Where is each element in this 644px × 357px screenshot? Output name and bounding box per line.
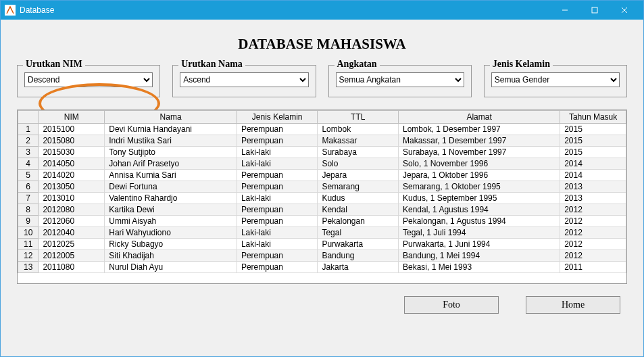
header-nama[interactable]: Nama — [105, 111, 237, 124]
cell-tm: 2012 — [560, 239, 626, 250]
table-row[interactable]: 72013010Valentino RahardjoLaki-lakiKudus… — [18, 193, 626, 204]
cell-nama: Valentino Rahardjo — [105, 193, 237, 204]
header-ttl[interactable]: TTL — [318, 111, 399, 124]
cell-nim: 2015030 — [39, 147, 105, 158]
cell-rownum: 4 — [18, 158, 39, 170]
cell-ttl: Jakarta — [318, 262, 399, 273]
urutkan-nama-select[interactable]: Ascend — [180, 72, 308, 87]
titlebar: Database — [1, 1, 643, 20]
cell-tm: 2012 — [560, 204, 626, 216]
table-row[interactable]: 102012040Hari WahyudionoLaki-lakiTegalTe… — [18, 227, 626, 239]
jenis-kelamin-select[interactable]: Semua Gender — [491, 72, 620, 87]
foto-button[interactable]: Foto — [404, 296, 499, 314]
cell-jk: Laki-laki — [237, 147, 318, 158]
cell-alamat: Kendal, 1 Agustus 1994 — [399, 204, 560, 216]
cell-ttl: Pekalongan — [318, 216, 399, 227]
cell-tm: 2011 — [560, 262, 626, 273]
cell-nim: 2014050 — [39, 158, 105, 170]
table-row[interactable]: 132011080Nurul Diah AyuPerempuanJakartaB… — [18, 262, 626, 273]
cell-alamat: Bandung, 1 Mei 1994 — [399, 250, 560, 262]
cell-rownum: 5 — [18, 170, 39, 181]
cell-nama: Nurul Diah Ayu — [105, 262, 237, 273]
cell-ttl: Lombok — [318, 124, 399, 135]
cell-rownum: 7 — [18, 193, 39, 204]
cell-jk: Laki-laki — [237, 193, 318, 204]
cell-nim: 2012040 — [39, 227, 105, 239]
minimize-button[interactable] — [550, 1, 580, 20]
cell-nama: Tony Sutjipto — [105, 147, 237, 158]
header-tm[interactable]: Tahun Masuk — [560, 111, 626, 124]
cell-nim: 2012005 — [39, 250, 105, 262]
window-controls — [550, 1, 639, 20]
cell-tm: 2015 — [560, 147, 626, 158]
cell-ttl: Bandung — [318, 250, 399, 262]
filter-urutkan-nama: Urutkan Nama Ascend — [172, 65, 316, 97]
header-alamat[interactable]: Alamat — [399, 111, 560, 124]
filter-label: Urutkan NIM — [23, 59, 85, 70]
table-row[interactable]: 12015100Devi Kurnia HandayaniPerempuanLo… — [18, 124, 626, 135]
cell-nim: 2012060 — [39, 216, 105, 227]
table-row[interactable]: 122012005Siti KhadijahPerempuanBandungBa… — [18, 250, 626, 262]
cell-nama: Ummi Aisyah — [105, 216, 237, 227]
table-row[interactable]: 82012080Kartika DewiPerempuanKendalKenda… — [18, 204, 626, 216]
cell-nim: 2014020 — [39, 170, 105, 181]
cell-tm: 2015 — [560, 135, 626, 147]
cell-tm: 2013 — [560, 181, 626, 193]
maximize-button[interactable] — [580, 1, 610, 20]
cell-jk: Laki-laki — [237, 239, 318, 250]
cell-nim: 2015100 — [39, 124, 105, 135]
cell-nim: 2012025 — [39, 239, 105, 250]
table-row[interactable]: 52014020Annisa Kurnia SariPerempuanJepar… — [18, 170, 626, 181]
cell-rownum: 2 — [18, 135, 39, 147]
header-nim[interactable]: NIM — [39, 111, 105, 124]
cell-alamat: Pekalongan, 1 Agustus 1994 — [399, 216, 560, 227]
cell-nama: Dewi Fortuna — [105, 181, 237, 193]
table-row[interactable]: 32015030Tony SutjiptoLaki-lakiSurabayaSu… — [18, 147, 626, 158]
cell-jk: Perempuan — [237, 124, 318, 135]
data-table-wrap: NIM Nama Jenis Kelamin TTL Alamat Tahun … — [17, 110, 627, 284]
cell-ttl: Kudus — [318, 193, 399, 204]
table-row[interactable]: 112012025Ricky SubagyoLaki-lakiPurwakart… — [18, 239, 626, 250]
home-button[interactable]: Home — [526, 296, 620, 314]
cell-jk: Perempuan — [237, 204, 318, 216]
header-jk[interactable]: Jenis Kelamin — [237, 111, 318, 124]
app-icon — [5, 5, 16, 16]
cell-jk: Perempuan — [237, 216, 318, 227]
window-title: Database — [20, 5, 550, 15]
angkatan-select[interactable]: Semua Angkatan — [336, 72, 464, 87]
filter-label: Jenis Kelamin — [490, 59, 553, 70]
table-row[interactable]: 62013050Dewi FortunaPerempuanSemarangSem… — [18, 181, 626, 193]
cell-rownum: 1 — [18, 124, 39, 135]
cell-ttl: Solo — [318, 158, 399, 170]
svg-rect-1 — [592, 7, 597, 13]
table-row[interactable]: 42014050Johan Arif PrasetyoLaki-lakiSolo… — [18, 158, 626, 170]
cell-rownum: 9 — [18, 216, 39, 227]
urutkan-nim-select[interactable]: Descend — [24, 72, 153, 87]
cell-nama: Hari Wahyudiono — [105, 227, 237, 239]
cell-ttl: Kendal — [318, 204, 399, 216]
cell-jk: Perempuan — [237, 135, 318, 147]
table-row[interactable]: 92012060Ummi AisyahPerempuanPekalonganPe… — [18, 216, 626, 227]
cell-nim: 2012080 — [39, 204, 105, 216]
cell-ttl: Jepara — [318, 170, 399, 181]
cell-nama: Devi Kurnia Handayani — [105, 124, 237, 135]
cell-jk: Perempuan — [237, 250, 318, 262]
page-title: DATABASE MAHASISWA — [17, 36, 627, 53]
cell-ttl: Tegal — [318, 227, 399, 239]
cell-nama: Siti Khadijah — [105, 250, 237, 262]
cell-alamat: Kudus, 1 September 1995 — [399, 193, 560, 204]
cell-rownum: 10 — [18, 227, 39, 239]
cell-nama: Annisa Kurnia Sari — [105, 170, 237, 181]
cell-nama: Ricky Subagyo — [105, 239, 237, 250]
cell-rownum: 12 — [18, 250, 39, 262]
cell-jk: Laki-laki — [237, 227, 318, 239]
cell-nim: 2013010 — [39, 193, 105, 204]
cell-alamat: Surabaya, 1 November 1997 — [399, 147, 560, 158]
cell-alamat: Bekasi, 1 Mei 1993 — [399, 262, 560, 273]
cell-nim: 2013050 — [39, 181, 105, 193]
cell-nim: 2011080 — [39, 262, 105, 273]
close-button[interactable] — [610, 1, 639, 20]
table-scroll[interactable]: NIM Nama Jenis Kelamin TTL Alamat Tahun … — [18, 110, 626, 283]
table-row[interactable]: 22015080Indri Mustika SariPerempuanMakas… — [18, 135, 626, 147]
cell-tm: 2012 — [560, 216, 626, 227]
